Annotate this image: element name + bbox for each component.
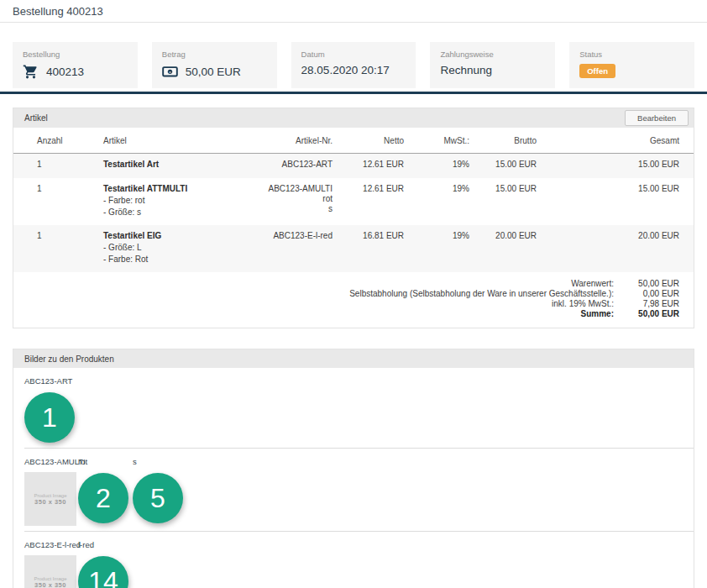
item-name: Testartikel EIG (103, 231, 207, 241)
placeholder-size: 350 x 350 (34, 498, 66, 506)
cell-netto: 16.81 EUR (341, 225, 412, 272)
product-images-row: ABC123-AMULTI Product Image 350 x 350 ro… (24, 449, 694, 532)
variant-label: rot (78, 457, 133, 469)
summary-value: 7,98 EUR (614, 299, 694, 309)
placeholder-size: 350 x 350 (34, 581, 66, 588)
order-amount: 50,00 EUR (186, 66, 241, 78)
item-option: - Größe: L (103, 243, 207, 253)
cell-artikel: Testartikel Art (81, 154, 215, 179)
summary-line: Selbstabholung (Selbstabholung der Ware … (13, 289, 694, 299)
product-image-placeholder: Product Image 350 x 350 (24, 555, 76, 588)
cell-mwst: 19% (412, 178, 478, 225)
article-cell: ABC123-ART 1 (24, 376, 78, 443)
cell-artikel: Testartikel EIG - Größe: L - Farbe: Rot (81, 225, 215, 272)
cell-anzahl: 1 (13, 178, 81, 225)
edit-button[interactable]: Bearbeiten (625, 110, 689, 126)
item-name: Testartikel Art (103, 160, 207, 170)
image-count-button[interactable]: 5 (133, 473, 183, 523)
order-number: 400213 (46, 66, 84, 78)
summary-label: Selbstabholung (Selbstabholung der Ware … (349, 289, 614, 299)
col-brutto: Brutto (478, 128, 545, 154)
article-number-label: ABC123-AMULTI (24, 457, 78, 469)
summary-line: inkl. 19% MwSt.: 7,98 EUR (13, 299, 694, 309)
col-anzahl: Anzahl (13, 128, 81, 154)
variant-label: s (133, 457, 187, 469)
summary-label: Warenwert: (571, 279, 614, 289)
product-images-row: ABC123-ART 1 (24, 368, 694, 449)
section-divider (0, 92, 707, 94)
col-artikel: Artikel (81, 128, 215, 154)
cart-icon (23, 64, 39, 80)
cell-netto: 12.61 EUR (341, 154, 412, 179)
cell-anzahl: 1 (13, 154, 81, 179)
cell-brutto: 15.00 EUR (478, 154, 545, 179)
article-number-label: ABC123-E-l-red (24, 540, 78, 552)
col-artikel-nr: Artikel-Nr. (215, 128, 341, 154)
summary-label: inkl. 19% MwSt.: (552, 299, 614, 309)
cell-brutto: 20.00 EUR (478, 225, 545, 272)
cell-mwst: 19% (412, 154, 478, 179)
order-info-cards: Bestellung 400213 Betrag o 50,00 EUR Dat… (13, 42, 694, 88)
card-status-label: Status (579, 50, 684, 59)
cell-artikel-nr: ABC123-E-l-red (215, 225, 341, 272)
card-datum-label: Datum (301, 50, 406, 59)
variant-cell: rot 2 (78, 457, 133, 526)
summary-label: Summe: (581, 309, 614, 319)
article-cell: ABC123-E-l-red Product Image 350 x 350 (24, 540, 78, 588)
table-row: 1 Testartikel ATTMULTI - Farbe: rot - Gr… (13, 178, 694, 225)
product-images-row: ABC123-E-l-red Product Image 350 x 350 l… (24, 532, 694, 588)
card-bestellung-label: Bestellung (23, 50, 128, 59)
cell-netto: 12.61 EUR (341, 178, 412, 225)
card-betrag-label: Betrag (162, 50, 267, 59)
cell-gesamt: 15.00 EUR (545, 154, 694, 179)
card-zahlungsweise-label: Zahlungsweise (440, 50, 545, 59)
item-name: Testartikel ATTMULTI (103, 184, 207, 194)
variant-cell: l-red 14 (78, 540, 133, 588)
summary-line-total: Summe: 50,00 EUR (13, 309, 694, 319)
cell-gesamt: 15.00 EUR (545, 178, 694, 225)
payment-method: Rechnung (440, 64, 492, 76)
bilder-section-title: Bilder zu den Produkten (24, 354, 114, 364)
cell-artikel-nr: ABC123-ART (215, 154, 341, 179)
page-header: Bestellung 400213 (0, 0, 707, 23)
item-option: - Farbe: Rot (103, 255, 207, 265)
col-mwst: MwSt.: (412, 128, 478, 154)
image-count-button[interactable]: 14 (78, 556, 128, 588)
cell-artikel: Testartikel ATTMULTI - Farbe: rot - Größ… (81, 178, 215, 225)
col-gesamt: Gesamt (545, 128, 694, 154)
table-header-row: Anzahl Artikel Artikel-Nr. Netto MwSt.: … (13, 128, 694, 154)
card-status: Status Offen (569, 42, 694, 88)
artikel-table: Anzahl Artikel Artikel-Nr. Netto MwSt.: … (13, 128, 694, 272)
status-badge: Offen (579, 64, 615, 78)
article-cell: ABC123-AMULTI Product Image 350 x 350 (24, 457, 78, 526)
item-option: - Größe: s (103, 207, 207, 218)
card-betrag: Betrag o 50,00 EUR (152, 42, 277, 88)
summary-line: Warenwert: 50,00 EUR (13, 279, 694, 289)
artikel-section-title: Artikel (24, 113, 48, 123)
variant-cell: s 5 (133, 457, 187, 526)
item-option: - Farbe: rot (103, 196, 207, 206)
card-zahlungsweise: Zahlungsweise Rechnung (430, 42, 555, 88)
banknote-icon: o (162, 64, 178, 80)
product-image-placeholder: Product Image 350 x 350 (24, 472, 76, 526)
col-netto: Netto (341, 128, 412, 154)
summary-value: 50,00 EUR (614, 309, 694, 319)
cell-mwst: 19% (412, 225, 478, 272)
table-row: 1 Testartikel EIG - Größe: L - Farbe: Ro… (13, 225, 694, 272)
image-count-button[interactable]: 2 (78, 473, 128, 523)
image-count-button[interactable]: 1 (24, 392, 75, 443)
cell-anzahl: 1 (13, 225, 81, 272)
card-datum: Datum 28.05.2020 20:17 (291, 42, 416, 88)
artikel-section: Artikel Bearbeiten Anzahl Artikel Artike… (13, 108, 694, 328)
article-number-label: ABC123-ART (24, 376, 78, 388)
table-row: 1 Testartikel Art ABC123-ART 12.61 EUR 1… (13, 154, 694, 179)
artikel-section-header: Artikel Bearbeiten (13, 108, 694, 128)
order-summary: Warenwert: 50,00 EUR Selbstabholung (Sel… (13, 272, 694, 328)
summary-value: 0,00 EUR (614, 289, 694, 299)
card-bestellung: Bestellung 400213 (13, 42, 138, 88)
page-title: Bestellung 400213 (13, 5, 103, 18)
cell-gesamt: 20.00 EUR (545, 225, 694, 272)
bilder-section-header: Bilder zu den Produkten (13, 349, 694, 368)
cell-brutto: 15.00 EUR (478, 178, 545, 225)
order-date: 28.05.2020 20:17 (301, 64, 390, 76)
